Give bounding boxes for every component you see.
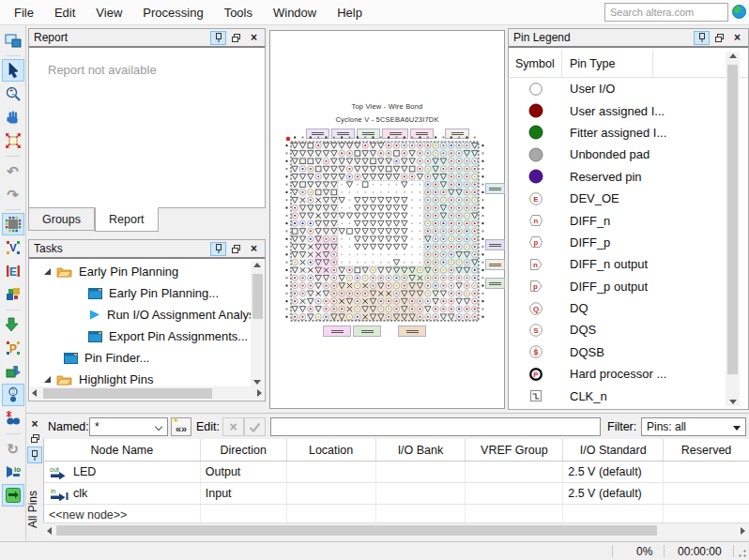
float-dock-icon[interactable]	[27, 431, 42, 446]
export-assignments-icon[interactable]	[2, 360, 24, 383]
scroll-left-icon[interactable]	[47, 527, 52, 535]
col-io-bank[interactable]: I/O Bank	[376, 439, 466, 461]
live-io-check-icon[interactable]: ↻	[2, 437, 24, 460]
folder-icon	[56, 265, 72, 278]
pin-panel-icon[interactable]	[210, 242, 226, 256]
pin-dock-icon[interactable]	[27, 446, 42, 463]
filter-label: Filter:	[607, 420, 636, 433]
col-direction[interactable]: Direction	[201, 439, 287, 461]
task-folder-early-pin-planning[interactable]: Early Pin Planning	[30, 261, 251, 282]
scroll-left-icon[interactable]	[32, 389, 37, 397]
elapsed-time: 00:00:00	[678, 545, 722, 558]
simultaneous-switching-view-icon[interactable]: E	[2, 260, 24, 282]
input-pin-icon: in	[49, 487, 69, 501]
legend-vertical-scrollbar[interactable]	[726, 52, 740, 406]
filter-combobox[interactable]: Pins: all	[641, 417, 746, 436]
task-item-run-io-assignment-analysis[interactable]: Run I/O Assignment Analysis	[30, 304, 251, 325]
expand-caret-icon[interactable]	[44, 268, 51, 275]
table-header: Node Name Direction Location I/O Bank VR…	[44, 439, 749, 462]
table-horizontal-scrollbar[interactable]	[43, 522, 749, 537]
redo-icon[interactable]: ↷	[2, 183, 24, 205]
close-panel-icon[interactable]: ×	[729, 31, 745, 45]
tasks-horizontal-scrollbar[interactable]	[30, 386, 264, 400]
globe-icon[interactable]	[732, 5, 746, 19]
all-pins-tab[interactable]: All Pins	[26, 491, 43, 528]
io-assignment-icon[interactable]: io	[2, 461, 24, 483]
select-tool-icon[interactable]	[2, 59, 24, 82]
svg-text:n: n	[533, 261, 538, 269]
scroll-down-icon[interactable]	[253, 380, 261, 385]
col-node-name[interactable]: Node Name	[44, 439, 201, 461]
svg-text:io: io	[14, 465, 21, 474]
edit-discard-button[interactable]: ×	[222, 417, 244, 436]
task-item-pin-finder[interactable]: Pin Finder...	[30, 347, 251, 369]
search-input[interactable]	[604, 3, 728, 22]
edit-value-input[interactable]	[270, 417, 601, 436]
pin-panel-icon[interactable]	[210, 31, 226, 45]
scroll-up-icon[interactable]	[729, 53, 737, 58]
menu-help[interactable]: Help	[327, 2, 373, 23]
edit-accept-button[interactable]	[244, 417, 266, 436]
named-combobox[interactable]: *	[89, 417, 168, 436]
task-label: Export Pin Assignments...	[109, 329, 248, 343]
close-panel-icon[interactable]: ×	[246, 242, 262, 256]
menu-edit[interactable]: Edit	[44, 2, 85, 23]
menu-processing[interactable]: Processing	[132, 2, 213, 23]
tasks-tree: Early Pin Planning Early Pin Planning...…	[30, 261, 251, 386]
swap-pins-icon[interactable]	[2, 484, 24, 507]
tab-groups[interactable]: Groups	[28, 208, 95, 231]
table-row-clk[interactable]: in clk Input 2.5 V (default)	[44, 483, 749, 505]
diff-p-output-symbol-icon: p	[510, 279, 562, 294]
menu-view[interactable]: View	[85, 2, 132, 23]
pin-migration-view-icon[interactable]: V	[2, 236, 24, 259]
pad-view-icon[interactable]: P	[2, 337, 24, 359]
zoom-tool-icon[interactable]: +-	[2, 83, 24, 105]
svg-text:-: -	[11, 89, 14, 98]
col-reserved[interactable]: Reserved	[664, 439, 749, 461]
task-item-export-pin-assignments[interactable]: Export Pin Assignments...	[30, 325, 251, 347]
float-panel-icon[interactable]	[228, 31, 244, 45]
package-pin-map[interactable]	[283, 134, 486, 324]
legend-row-reserved-pin: Reserved pin	[510, 166, 724, 188]
table-row-led[interactable]: out LED Output 2.5 V (default)	[44, 462, 749, 483]
scroll-right-icon[interactable]	[257, 389, 262, 397]
package-view-icon[interactable]	[2, 213, 24, 235]
package-view-panel[interactable]: Top View - Wire Bond Cyclone V - 5CSEBA6…	[269, 30, 505, 409]
board-layout-view-icon[interactable]	[2, 283, 24, 306]
task-item-early-pin-planning[interactable]: Early Pin Planning...	[30, 282, 251, 304]
col-io-standard[interactable]: I/O Standard	[563, 439, 664, 461]
expand-caret-icon[interactable]	[44, 376, 51, 383]
pan-tool-icon[interactable]	[2, 106, 24, 129]
scrollbar-thumb[interactable]	[43, 388, 212, 399]
tasks-vertical-scrollbar[interactable]	[251, 261, 264, 386]
menu-tools[interactable]: Tools	[214, 2, 263, 23]
close-dock-icon[interactable]: ×	[27, 416, 42, 431]
scroll-right-icon[interactable]	[741, 527, 745, 535]
scrollbar-thumb[interactable]	[727, 65, 738, 374]
col-location[interactable]: Location	[287, 439, 376, 461]
float-panel-icon[interactable]	[228, 242, 244, 256]
status-separator	[664, 545, 665, 557]
menu-window[interactable]: Window	[263, 2, 327, 23]
menu-file[interactable]: File	[4, 2, 44, 23]
scroll-up-icon[interactable]	[253, 263, 261, 267]
undo-icon[interactable]: ↶	[2, 159, 24, 182]
scroll-down-icon[interactable]	[729, 400, 737, 404]
show-io-banks-icon[interactable]: 0	[2, 384, 24, 406]
unbonded-pad-symbol-icon	[510, 147, 562, 162]
resize-grip[interactable]	[736, 547, 747, 558]
float-panel-icon[interactable]	[711, 31, 727, 45]
col-vref-group[interactable]: VREF Group	[466, 439, 563, 461]
pin-panel-icon[interactable]	[694, 31, 710, 45]
show-report-icon[interactable]	[2, 29, 24, 52]
close-panel-icon[interactable]: ×	[246, 31, 262, 45]
scrollbar-thumb[interactable]	[252, 274, 263, 319]
package-title-line1: Top View - Wire Bond	[270, 102, 504, 111]
pin-finder-icon[interactable]	[2, 407, 24, 430]
scrollbar-thumb[interactable]	[56, 525, 657, 536]
tab-report[interactable]: Report	[95, 207, 159, 232]
wildcard-button[interactable]: ★ «»	[171, 417, 191, 436]
run-analysis-icon[interactable]	[2, 313, 24, 336]
fit-selection-icon[interactable]	[2, 129, 24, 152]
task-folder-highlight-pins[interactable]: Highlight Pins	[30, 369, 251, 386]
